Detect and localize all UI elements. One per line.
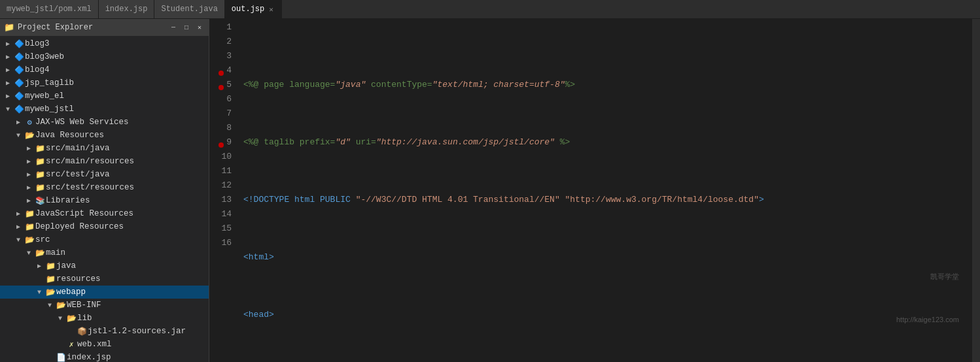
tree-item-myweb-jstl[interactable]: ▼ 🔷 myweb_jstl xyxy=(0,103,209,116)
tree-label-java-resources: Java Resources xyxy=(35,131,209,140)
tree-item-jax-ws[interactable]: ▶ ⚙ JAX-WS Web Services xyxy=(0,116,209,129)
tree-arrow-src-main-res: ▶ xyxy=(24,157,34,165)
tree-label-myweb-el: myweb_el xyxy=(25,91,209,101)
tree-item-js-resources[interactable]: ▶ 📁 JavaScript Resources xyxy=(0,207,209,220)
tree-label-main: main xyxy=(46,248,209,257)
tree-arrow-webapp: ▼ xyxy=(34,289,44,296)
tree-item-webapp[interactable]: ▼ 📂 webapp xyxy=(0,286,209,299)
tree-icon-src-test-res: 📁 xyxy=(34,182,46,193)
tree-arrow-jax-ws: ▶ xyxy=(13,118,24,126)
tree-item-java-resources[interactable]: ▼ 📂 Java Resources xyxy=(0,129,209,142)
breakpoint-dot-9[interactable] xyxy=(219,142,224,148)
tree-item-myweb-el[interactable]: ▶ 🔷 myweb_el xyxy=(0,90,209,103)
vertical-scrollbar[interactable] xyxy=(972,19,980,362)
tree-label-src: src xyxy=(35,235,209,244)
tree-label-libraries: Libraries xyxy=(46,196,209,205)
tree-arrow-libraries: ▶ xyxy=(24,197,34,205)
tab-student-label: Student.java xyxy=(161,5,217,14)
tree-item-src-main-java[interactable]: ▶ 📁 src/main/java xyxy=(0,142,209,155)
tree-item-blog3web[interactable]: ▶ 🔷 blog3web xyxy=(0,50,209,63)
watermark-line1: 凯哥学堂 xyxy=(896,269,959,284)
tree-label-web-xml: web.xml xyxy=(77,340,209,349)
tree-item-blog3[interactable]: ▶ 🔷 blog3 xyxy=(0,37,209,50)
minimize-icon[interactable]: ─ xyxy=(168,22,179,33)
tree-item-deployed-resources[interactable]: ▶ 📁 Deployed Resources xyxy=(0,220,209,233)
tree-icon-java: 📁 xyxy=(44,261,56,271)
tree-item-java[interactable]: ▶ 📁 java xyxy=(0,259,209,272)
tree-icon-js-resources: 📁 xyxy=(24,208,35,219)
tree-item-web-xml[interactable]: ✗ web.xml xyxy=(0,338,209,351)
tree-item-index-jsp[interactable]: 📄 index.jsp xyxy=(0,351,209,362)
tree-arrow-main: ▼ xyxy=(24,250,34,257)
tree-label-jsp-taglib: jsp_taglib xyxy=(25,78,209,88)
tree-label-src-test-res: src/test/resources xyxy=(46,183,209,192)
tree-arrow-src-test-java: ▶ xyxy=(24,171,34,178)
tree-item-jstl-jar[interactable]: 📦 jstl-1.2-sources.jar xyxy=(0,325,209,338)
tab-student[interactable]: Student.java xyxy=(154,0,224,18)
maximize-icon[interactable]: □ xyxy=(181,22,192,33)
tree-label-blog3: blog3 xyxy=(25,39,209,48)
tab-out[interactable]: out.jsp ✕ xyxy=(225,0,282,18)
tree-item-jsp-taglib[interactable]: ▶ 🔷 jsp_taglib xyxy=(0,76,209,90)
tree-arrow-myweb-el: ▶ xyxy=(3,92,13,100)
tab-index[interactable]: index.jsp xyxy=(99,0,155,18)
tab-index-label: index.jsp xyxy=(105,5,148,14)
tree-label-js-resources: JavaScript Resources xyxy=(35,209,209,218)
tab-bar: myweb_jstl/pom.xml index.jsp Student.jav… xyxy=(0,0,980,19)
tree-label-jax-ws: JAX-WS Web Services xyxy=(35,118,209,127)
tree-icon-deployed-resources: 📁 xyxy=(24,222,35,232)
tree-icon-resources: 📁 xyxy=(44,274,56,284)
project-explorer: 📁 Project Explorer ─ □ ✕ ▶ 🔷 blog3 ▶ 🔷 xyxy=(0,19,209,362)
tab-pom[interactable]: myweb_jstl/pom.xml xyxy=(0,0,99,18)
tree-item-web-inf[interactable]: ▼ 📂 WEB-INF xyxy=(0,299,209,312)
line-numbers: 1 2 3 4 5 6 7 8 9 10 11 12 13 14 15 16 xyxy=(209,19,237,362)
tree-icon-web-inf: 📂 xyxy=(55,300,67,310)
tab-pom-label: myweb_jstl/pom.xml xyxy=(7,5,92,14)
breakpoint-dot-4[interactable] xyxy=(219,71,224,76)
tree-label-resources: resources xyxy=(56,274,209,284)
tree-item-src-test-java[interactable]: ▶ 📁 src/test/java xyxy=(0,168,209,181)
project-explorer-icon: 📁 xyxy=(4,22,14,33)
tree-arrow-js-resources: ▶ xyxy=(13,210,24,218)
tree-item-lib[interactable]: ▼ 📂 lib xyxy=(0,312,209,325)
tree-arrow-web-inf: ▼ xyxy=(44,302,55,309)
tree-label-myweb-jstl: myweb_jstl xyxy=(25,105,209,114)
code-line-5: <head> xyxy=(243,308,972,322)
tree-item-main[interactable]: ▼ 📂 main xyxy=(0,246,209,259)
tree-arrow-blog3web: ▶ xyxy=(3,53,13,61)
tree-icon-myweb-jstl: 🔷 xyxy=(13,104,25,114)
sidebar-header: 📁 Project Explorer ─ □ ✕ xyxy=(0,19,209,36)
tree-arrow-src-test-res: ▶ xyxy=(24,184,34,191)
tree-icon-java-resources: 📂 xyxy=(24,130,35,140)
tree-icon-jax-ws: ⚙ xyxy=(24,117,35,127)
tree-item-blog4[interactable]: ▶ 🔷 blog4 xyxy=(0,63,209,76)
tree-label-deployed-resources: Deployed Resources xyxy=(35,222,209,231)
tree-icon-src: 📂 xyxy=(24,235,35,245)
main-layout: 📁 Project Explorer ─ □ ✕ ▶ 🔷 blog3 ▶ 🔷 xyxy=(0,19,980,362)
tree-arrow-blog4: ▶ xyxy=(3,66,13,74)
tree-item-src-test-res[interactable]: ▶ 📁 src/test/resources xyxy=(0,181,209,194)
tree-arrow-deployed-resources: ▶ xyxy=(13,223,24,231)
tree-label-index-jsp: index.jsp xyxy=(67,353,209,362)
tree-item-resources[interactable]: 📁 resources xyxy=(0,272,209,286)
tree-item-src-main-res[interactable]: ▶ 📁 src/main/resources xyxy=(0,155,209,168)
tree-arrow-jsp-taglib: ▶ xyxy=(3,79,13,87)
tree-icon-lib: 📂 xyxy=(65,313,77,323)
code-editor[interactable]: <%@ page language="java" contentType="te… xyxy=(237,19,972,362)
tab-out-close[interactable]: ✕ xyxy=(268,5,275,14)
tree-arrow-src: ▼ xyxy=(13,237,24,244)
sidebar-tree: ▶ 🔷 blog3 ▶ 🔷 blog3web ▶ 🔷 blog4 ▶ xyxy=(0,36,209,362)
tree-arrow-java: ▶ xyxy=(34,262,44,270)
tree-icon-jstl-jar: 📦 xyxy=(76,326,88,337)
tree-icon-src-test-java: 📁 xyxy=(34,169,46,180)
editor-area: 1 2 3 4 5 6 7 8 9 10 11 12 13 14 15 16 xyxy=(209,19,980,362)
close-sidebar-icon[interactable]: ✕ xyxy=(194,22,205,33)
tree-label-blog4: blog4 xyxy=(25,65,209,74)
tree-item-src[interactable]: ▼ 📂 src xyxy=(0,233,209,246)
breakpoint-dot-5[interactable] xyxy=(219,85,224,90)
tree-label-java: java xyxy=(56,261,209,271)
code-line-2: <%@ taglib prefix="d" uri="http://java.s… xyxy=(243,135,972,150)
tree-item-libraries[interactable]: ▶ 📚 Libraries xyxy=(0,194,209,207)
tree-label-src-main-java: src/main/java xyxy=(46,144,209,153)
tree-label-web-inf: WEB-INF xyxy=(67,301,209,310)
